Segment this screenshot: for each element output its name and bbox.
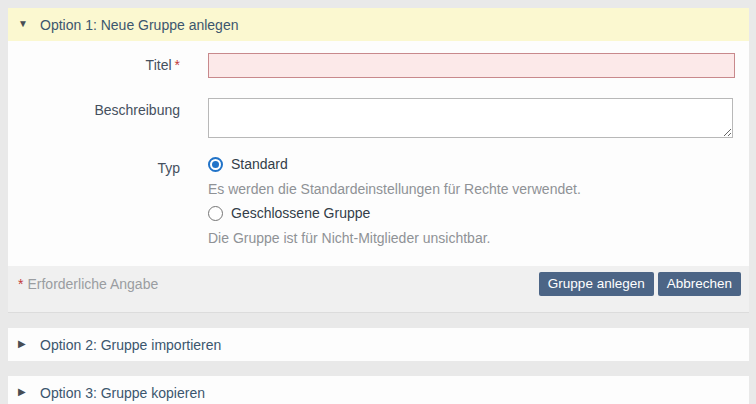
create-group-button[interactable]: Gruppe anlegen [539,272,654,296]
triangle-right-icon: ▶ [18,338,31,349]
form-footer: *Erforderliche Angabe Gruppe anlegen Abb… [8,266,749,313]
title-label: Titel* [8,53,180,73]
radio-option-closed-group[interactable]: Geschlossene Gruppe [208,205,735,221]
required-note: *Erforderliche Angabe [18,272,158,292]
description-label: Beschreibung [8,98,180,118]
field-row-title: Titel* [8,53,735,78]
field-row-description: Beschreibung [8,98,735,141]
radio-standard-label[interactable]: Standard [231,156,288,172]
accordion-header-option3[interactable]: ▶ Option 3: Gruppe kopieren [8,376,749,404]
type-label: Typ [8,156,180,176]
radio-standard-info: Es werden die Standardeinstellungen für … [208,181,735,197]
radio-selected-icon[interactable] [208,157,223,172]
radio-closed-group-info: Die Gruppe ist für Nicht-Mitglieder unsi… [208,230,735,246]
accordion-title: Option 3: Gruppe kopieren [40,385,205,401]
accordion-header-option1[interactable]: ▼ Option 1: Neue Gruppe anlegen [8,8,749,41]
required-asterisk: * [18,276,23,292]
radio-unselected-icon[interactable] [208,206,223,221]
accordion-header-option2[interactable]: ▶ Option 2: Gruppe importieren [8,328,749,361]
accordion-title: Option 2: Gruppe importieren [40,337,221,353]
cancel-button[interactable]: Abbrechen [658,272,741,296]
triangle-down-icon: ▼ [18,18,31,29]
spacer [8,313,749,328]
accordion-option1: ▼ Option 1: Neue Gruppe anlegen Titel* B… [8,8,749,313]
accordion-title: Option 1: Neue Gruppe anlegen [40,17,238,33]
description-textarea[interactable] [208,98,733,138]
title-label-text: Titel [146,57,172,73]
field-row-type: Typ Standard Es werden die Standardeinst… [8,156,735,246]
radio-option-standard[interactable]: Standard [208,156,735,172]
required-note-text: Erforderliche Angabe [27,276,158,292]
title-input[interactable] [208,53,735,78]
triangle-right-icon: ▶ [18,386,31,397]
required-asterisk: * [175,57,180,73]
accordion-option3: ▶ Option 3: Gruppe kopieren [8,376,749,404]
radio-closed-group-label[interactable]: Geschlossene Gruppe [231,205,370,221]
accordion-option2: ▶ Option 2: Gruppe importieren [8,328,749,361]
create-group-form: Titel* Beschreibung Typ [8,41,749,313]
page: ▼ Option 1: Neue Gruppe anlegen Titel* B… [0,0,756,404]
spacer [8,361,749,376]
